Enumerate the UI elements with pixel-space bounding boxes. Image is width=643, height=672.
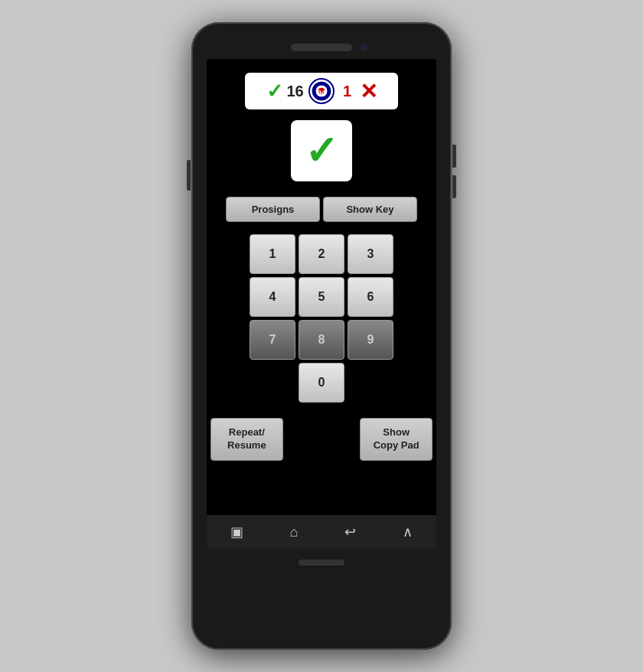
camera: [360, 44, 367, 51]
score-right: 1: [338, 83, 357, 100]
nav-square-icon[interactable]: ▣: [230, 524, 243, 540]
nav-up-icon[interactable]: ∧: [403, 524, 413, 540]
score-left: 16: [286, 83, 305, 100]
numpad: 1 2 3 4 5 6 7 8 9 0: [250, 234, 393, 403]
bottom-bar: Repeat/Resume ShowCopy Pad: [211, 418, 432, 461]
num-btn-4[interactable]: 4: [250, 277, 295, 317]
score-bar: ✓ 16 94 1 ✕: [245, 73, 398, 109]
volume-button[interactable]: [187, 160, 191, 191]
num-btn-0[interactable]: 0: [299, 363, 344, 403]
phone-screen: ✓ 16 94 1 ✕ ✓ Prosigns Show Key 1 2: [207, 59, 436, 549]
num-btn-1[interactable]: 1: [250, 234, 295, 274]
big-check-box: ✓: [291, 120, 352, 181]
power-button[interactable]: [452, 145, 456, 168]
svg-text:94: 94: [317, 89, 325, 96]
show-copy-pad-button[interactable]: ShowCopy Pad: [360, 418, 432, 461]
speaker: [291, 44, 352, 51]
num-btn-3[interactable]: 3: [348, 234, 393, 274]
side-button-2[interactable]: [452, 175, 456, 198]
x-mark-icon: ✕: [360, 79, 377, 104]
nav-bar: ▣ ⌂ ↩ ∧: [207, 515, 436, 549]
num-btn-8[interactable]: 8: [299, 320, 344, 360]
home-indicator: [299, 559, 344, 566]
repeat-resume-button[interactable]: Repeat/Resume: [211, 418, 283, 461]
target-icon: 94: [308, 77, 335, 105]
num-btn-2[interactable]: 2: [299, 234, 344, 274]
phone: ✓ 16 94 1 ✕ ✓ Prosigns Show Key 1 2: [191, 22, 452, 650]
num-btn-5[interactable]: 5: [299, 277, 344, 317]
num-btn-7[interactable]: 7: [250, 320, 295, 360]
num-btn-9[interactable]: 9: [348, 320, 393, 360]
nav-back-icon[interactable]: ↩: [344, 524, 356, 540]
check-icon-small: ✓: [266, 80, 283, 103]
action-buttons-row: Prosigns Show Key: [226, 197, 417, 222]
nav-home-icon[interactable]: ⌂: [290, 524, 299, 540]
show-key-button[interactable]: Show Key: [323, 197, 417, 222]
spacer-btn: [286, 418, 357, 461]
num-btn-6[interactable]: 6: [348, 277, 393, 317]
big-check-icon: ✓: [305, 131, 338, 171]
prosigns-button[interactable]: Prosigns: [226, 197, 320, 222]
